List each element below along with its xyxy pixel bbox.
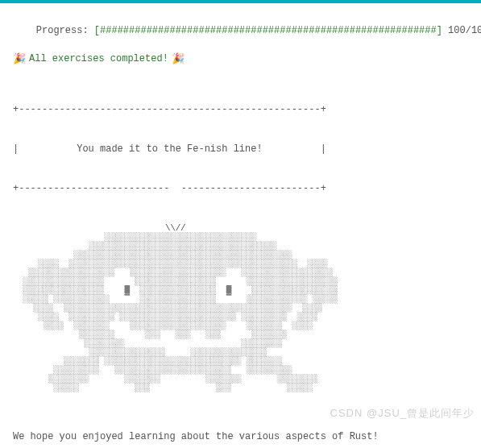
progress-bar: [#######################################…	[94, 25, 442, 36]
progress-line: Progress: [#############################…	[13, 11, 468, 51]
party-emoji: 🎉	[172, 52, 185, 67]
banner-box: +---------------------------------------…	[13, 77, 468, 221]
completed-text: All exercises completed!	[29, 52, 168, 65]
footer-line-1: We hope you enjoyed learning about the v…	[13, 430, 468, 443]
progress-count: 100/100	[442, 25, 481, 36]
party-emoji: 🎉	[13, 52, 26, 67]
terminal-output: Progress: [#############################…	[0, 3, 481, 448]
banner-top: +---------------------------------------…	[13, 103, 468, 116]
watermark-text: CSDN @JSU_曾是此间年少	[330, 406, 475, 421]
completed-line: 🎉 All exercises completed! 🎉	[13, 52, 468, 67]
banner-message: | You made it to the Fe-nish line! |	[13, 143, 468, 156]
progress-label: Progress:	[36, 25, 94, 36]
ferris-ascii-art: \\// ░░░░░░░░░░░░░░░░░░░░░░░░░░░░░░ ░░░░…	[13, 224, 468, 392]
banner-bottom: +-------------------------- ------------…	[13, 182, 468, 195]
